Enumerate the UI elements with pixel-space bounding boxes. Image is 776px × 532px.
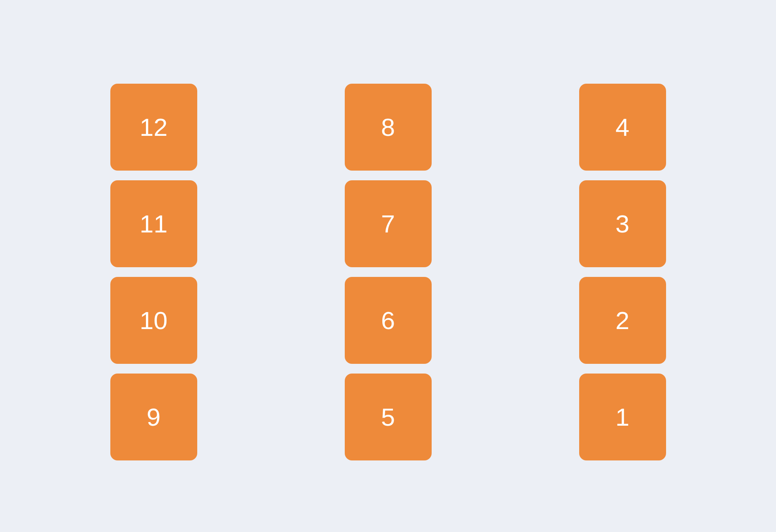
- column-2: 8 7 6 5: [345, 84, 432, 460]
- tile-label: 1: [616, 403, 629, 431]
- tile-label: 2: [616, 306, 629, 335]
- tile-label: 7: [381, 209, 395, 238]
- tile-3[interactable]: 3: [579, 180, 666, 267]
- tile-label: 4: [616, 113, 629, 141]
- tile-label: 10: [140, 306, 168, 335]
- tile-4[interactable]: 4: [579, 84, 666, 171]
- tile-grid: 12 11 10 9 8 7 6 5 4 3: [110, 72, 666, 460]
- tile-6[interactable]: 6: [345, 277, 432, 364]
- tile-11[interactable]: 11: [110, 180, 197, 267]
- tile-label: 9: [147, 403, 160, 431]
- tile-label: 8: [381, 113, 395, 141]
- tile-label: 3: [616, 209, 629, 238]
- tile-label: 12: [140, 113, 168, 141]
- column-1: 12 11 10 9: [110, 84, 197, 460]
- tile-1[interactable]: 1: [579, 374, 666, 460]
- tile-label: 6: [381, 306, 395, 335]
- tile-7[interactable]: 7: [345, 180, 432, 267]
- tile-5[interactable]: 5: [345, 374, 432, 460]
- column-3: 4 3 2 1: [579, 84, 666, 460]
- tile-2[interactable]: 2: [579, 277, 666, 364]
- tile-label: 5: [381, 403, 395, 431]
- tile-8[interactable]: 8: [345, 84, 432, 171]
- tile-9[interactable]: 9: [110, 374, 197, 460]
- tile-10[interactable]: 10: [110, 277, 197, 364]
- tile-label: 11: [140, 209, 168, 238]
- tile-12[interactable]: 12: [110, 84, 197, 171]
